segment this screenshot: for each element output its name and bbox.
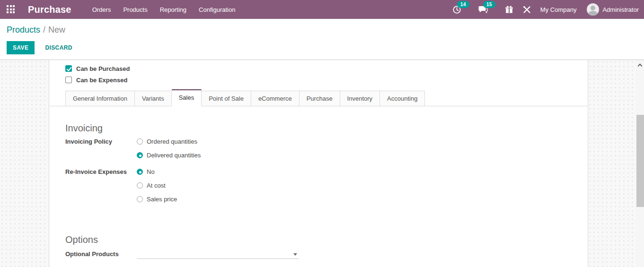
user-avatar[interactable] [587, 3, 599, 16]
tools-button[interactable] [518, 4, 536, 16]
control-panel: Products/New SAVE DISCARD [0, 19, 644, 60]
scroll-up-icon[interactable] [638, 64, 643, 69]
optional-products-label: Optional Products [65, 250, 137, 259]
top-navbar: Purchase Orders Products Reporting Confi… [0, 0, 644, 19]
ordered-quantities-label: Ordered quantities [147, 138, 197, 145]
invoicing-policy-row: Invoicing Policy Ordered quantities Deli… [65, 135, 588, 162]
form-view-content: Can be Purchased Can be Expensed General… [0, 60, 644, 267]
purchase-flags: Can be Purchased Can be Expensed [65, 63, 588, 86]
form-buttons: SAVE DISCARD [7, 41, 644, 54]
optional-products-field[interactable] [137, 250, 299, 259]
rewards-button[interactable] [500, 3, 518, 16]
menu-configuration[interactable]: Configuration [193, 1, 241, 18]
tab-inventory[interactable]: Inventory [340, 91, 380, 106]
option-delivered-quantities[interactable]: Delivered quantities [137, 148, 201, 162]
reinvoice-expenses-label: Re-Invoice Expenses [65, 165, 137, 206]
ordered-quantities-radio[interactable] [137, 138, 143, 145]
sales-price-radio[interactable] [137, 196, 143, 202]
user-menu[interactable]: Administrator [602, 6, 639, 13]
can-be-purchased-label: Can be Purchased [76, 65, 130, 72]
reinvoice-expenses-row: Re-Invoice Expenses No At cost Sales pri… [65, 165, 588, 206]
option-at-cost[interactable]: At cost [137, 179, 177, 192]
tab-general-information[interactable]: General Information [65, 91, 135, 106]
invoicing-section-title: Invoicing [65, 123, 588, 134]
can-be-expensed-row[interactable]: Can be Expensed [65, 74, 588, 86]
tab-point-of-sale[interactable]: Point of Sale [202, 91, 251, 106]
save-button[interactable]: SAVE [7, 41, 35, 54]
sales-price-label: Sales price [147, 196, 177, 203]
main-menu: Orders Products Reporting Configuration [86, 1, 242, 18]
tab-accounting[interactable]: Accounting [380, 91, 425, 106]
app-title[interactable]: Purchase [28, 4, 71, 15]
tab-ecommerce[interactable]: eCommerce [251, 91, 300, 106]
no-label: No [147, 168, 155, 175]
tab-purchase[interactable]: Purchase [300, 91, 340, 106]
dropdown-caret-icon[interactable] [293, 253, 297, 256]
notebook-tabs: General Information Variants Sales Point… [49, 89, 588, 106]
can-be-purchased-checkbox[interactable] [65, 65, 72, 72]
activities-badge: 14 [457, 1, 469, 8]
invoicing-policy-options: Ordered quantities Delivered quantities [137, 135, 201, 162]
systray: 14 15 [448, 3, 639, 16]
apps-menu-icon[interactable] [7, 5, 15, 14]
reinvoice-expenses-options: No At cost Sales price [137, 165, 177, 206]
breadcrumb-products-link[interactable]: Products [7, 25, 40, 34]
option-ordered-quantities[interactable]: Ordered quantities [137, 135, 201, 148]
delivered-quantities-radio[interactable] [137, 152, 143, 158]
can-be-expensed-label: Can be Expensed [76, 77, 127, 84]
activities-button[interactable]: 14 [448, 3, 466, 16]
optional-products-input[interactable] [137, 250, 292, 258]
delivered-quantities-label: Delivered quantities [147, 152, 201, 159]
vertical-scrollbar[interactable] [636, 60, 644, 267]
options-section-title: Options [65, 234, 588, 245]
messages-button[interactable]: 15 [474, 3, 493, 16]
breadcrumb-current: New [48, 25, 65, 34]
tools-icon [523, 6, 531, 14]
breadcrumb: Products/New [7, 25, 644, 35]
discard-button[interactable]: DISCARD [39, 41, 78, 54]
tab-variants[interactable]: Variants [135, 91, 172, 106]
company-switcher[interactable]: My Company [536, 6, 583, 13]
option-no[interactable]: No [137, 165, 177, 179]
option-sales-price[interactable]: Sales price [137, 192, 177, 206]
tab-sales[interactable]: Sales [172, 89, 202, 106]
at-cost-radio[interactable] [137, 182, 143, 189]
scrollbar-thumb[interactable] [636, 115, 644, 207]
can-be-purchased-row[interactable]: Can be Purchased [65, 63, 588, 74]
menu-orders[interactable]: Orders [86, 1, 117, 18]
form-sheet: Can be Purchased Can be Expensed General… [49, 60, 588, 267]
breadcrumb-separator: / [43, 25, 45, 34]
can-be-expensed-checkbox[interactable] [65, 77, 72, 83]
menu-reporting[interactable]: Reporting [154, 1, 193, 18]
menu-products[interactable]: Products [117, 1, 153, 18]
gift-icon [505, 5, 513, 14]
at-cost-label: At cost [147, 182, 166, 189]
messages-badge: 15 [483, 1, 495, 8]
no-radio[interactable] [137, 169, 143, 175]
invoicing-policy-label: Invoicing Policy [65, 135, 137, 162]
optional-products-row: Optional Products [65, 250, 588, 259]
